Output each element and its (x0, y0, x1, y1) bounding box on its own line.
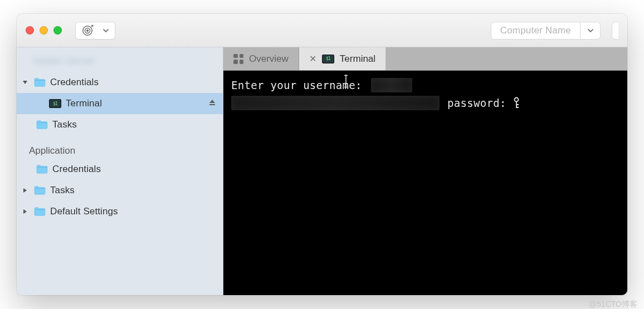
disclosure-triangle-icon[interactable] (21, 209, 29, 214)
redacted-hostname (231, 96, 440, 110)
terminal-icon (322, 55, 334, 63)
sidebar-item-app-tasks[interactable]: Tasks (17, 180, 223, 201)
terminal-text: e: (349, 76, 362, 94)
tab-label: Terminal (340, 53, 375, 65)
terminal-text: Enter your userna (231, 76, 343, 94)
redacted-username (371, 78, 412, 92)
close-window-button[interactable] (26, 26, 34, 35)
svg-point-2 (87, 30, 89, 31)
device-selector-name[interactable]: Computer Name (491, 22, 580, 40)
target-icon (81, 24, 94, 37)
sidebar-item-credentials[interactable]: Credentials (17, 72, 223, 93)
device-name-placeholder: Computer Name (500, 25, 571, 36)
toolbar-edge-button[interactable] (612, 22, 618, 40)
text-cursor-icon (341, 74, 350, 89)
titlebar: Computer Name (17, 14, 627, 47)
watermark: @51CTO博客 (589, 300, 637, 309)
close-tab-icon[interactable]: ✕ (309, 53, 316, 64)
device-selector[interactable]: Computer Name (491, 22, 601, 40)
folder-icon (33, 185, 46, 195)
sidebar-item-default-settings[interactable]: Default Settings (17, 201, 223, 222)
svg-point-5 (514, 98, 518, 102)
sidebar-item-label: Terminal (66, 98, 102, 109)
grid-icon (233, 54, 243, 64)
sidebar-item-label: Credentials (52, 164, 101, 175)
sidebar-item-label: Credentials (50, 77, 99, 88)
terminal-line-1: Enter your userna m e: (231, 76, 619, 94)
key-icon (512, 97, 521, 109)
folder-icon (33, 207, 46, 217)
chevron-down-icon (103, 27, 109, 34)
sidebar-item-label: Tasks (52, 119, 77, 130)
sidebar-item-tasks[interactable]: Tasks (17, 114, 223, 135)
sidebar-item-label: Tasks (50, 185, 75, 196)
tab-terminal[interactable]: ✕ Terminal (299, 47, 386, 70)
terminal-content[interactable]: Enter your userna m e: password: (223, 71, 627, 295)
sidebar-item-label: Hidden Server (33, 56, 95, 67)
sidebar-item-app-credentials[interactable]: Credentials (17, 159, 223, 180)
app-window: Computer Name Hidden Server (17, 14, 627, 295)
target-dropdown-button[interactable] (75, 22, 115, 40)
window-body: Hidden Server Credentials Terminal (17, 47, 627, 295)
window-controls (26, 26, 62, 35)
sidebar: Hidden Server Credentials Terminal (17, 47, 223, 295)
sidebar-item-label: Default Settings (50, 206, 118, 217)
disclosure-triangle-icon[interactable] (21, 188, 29, 193)
terminal-text: password: (447, 94, 506, 112)
tab-label: Overview (249, 53, 289, 65)
svg-rect-4 (209, 104, 215, 105)
maximize-window-button[interactable] (53, 26, 62, 35)
sidebar-section-application: Application (17, 135, 223, 159)
main-area: Overview ✕ Terminal Enter your userna m … (223, 47, 627, 295)
eject-icon[interactable] (208, 98, 216, 109)
folder-icon (33, 77, 46, 87)
folder-icon (36, 164, 48, 174)
disclosure-triangle-icon[interactable] (21, 80, 29, 85)
sidebar-item-hidden[interactable]: Hidden Server (17, 51, 223, 72)
folder-icon (36, 120, 48, 130)
device-selector-dropdown[interactable] (580, 22, 601, 40)
tab-overview[interactable]: Overview (223, 47, 299, 70)
chevron-down-icon (587, 27, 594, 34)
terminal-icon (49, 99, 61, 108)
minimize-window-button[interactable] (40, 26, 48, 35)
sidebar-item-terminal[interactable]: Terminal (17, 93, 223, 114)
terminal-line-2: password: (231, 94, 619, 112)
tab-bar: Overview ✕ Terminal (223, 47, 627, 71)
